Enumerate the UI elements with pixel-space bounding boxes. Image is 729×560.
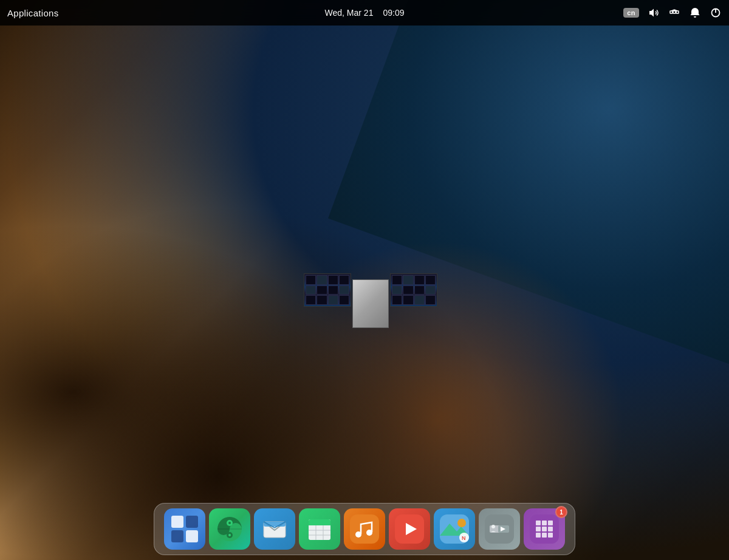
dock-icon-video[interactable]: [389, 508, 430, 550]
svg-text:N: N: [462, 535, 466, 541]
volume-icon[interactable]: [648, 7, 660, 19]
date-display: Wed, Mar 21: [325, 8, 374, 18]
svg-rect-18: [264, 522, 286, 527]
dock-icon-appgrid[interactable]: 1: [524, 508, 565, 550]
svg-rect-50: [542, 533, 547, 538]
svg-rect-45: [548, 521, 553, 525]
svg-rect-26: [350, 514, 379, 544]
solar-panel-left: [304, 273, 351, 307]
video-icon: [395, 514, 424, 544]
network-icon[interactable]: [668, 7, 680, 19]
svg-rect-21: [309, 524, 330, 525]
svg-point-28: [366, 530, 372, 536]
dock-icon-photos[interactable]: N: [434, 508, 475, 550]
menubar: Applications Wed, Mar 21 09:09 cn: [0, 0, 729, 26]
svg-rect-47: [542, 527, 547, 531]
svg-rect-51: [548, 533, 553, 538]
svg-rect-43: [536, 521, 541, 525]
appgrid-icon: [530, 514, 559, 544]
dock-icon-music[interactable]: [344, 508, 385, 550]
svg-rect-46: [536, 527, 541, 531]
menubar-center: Wed, Mar 21 09:09: [325, 8, 405, 18]
solar-panel-right: [390, 273, 437, 307]
time-display: 09:09: [383, 8, 404, 18]
svg-point-41: [491, 525, 495, 528]
dock-icon-calendar[interactable]: [299, 508, 340, 550]
svg-rect-2: [676, 11, 679, 13]
browser-icon: [215, 514, 244, 544]
svg-rect-49: [536, 533, 541, 538]
satellite-graphic: [304, 261, 437, 346]
mail-icon: [260, 514, 289, 544]
photos-icon: N: [440, 514, 469, 544]
dock: N 1: [154, 503, 575, 555]
menubar-left: Applications: [7, 8, 58, 18]
svg-rect-1: [673, 11, 676, 13]
menubar-right: cn: [623, 7, 722, 19]
svg-point-13: [228, 522, 231, 524]
input-method-badge[interactable]: cn: [623, 8, 639, 18]
svg-point-14: [228, 534, 231, 536]
svg-point-27: [355, 531, 361, 538]
music-icon: [350, 514, 379, 544]
dock-icon-migration[interactable]: [479, 508, 520, 550]
dock-icon-multitask[interactable]: [164, 508, 205, 550]
applications-menu[interactable]: Applications: [7, 8, 58, 18]
svg-rect-44: [542, 521, 547, 525]
satellite-body: [352, 279, 389, 328]
svg-point-34: [457, 519, 466, 527]
app-badge: 1: [555, 506, 567, 518]
calendar-icon: [305, 514, 334, 544]
dock-icon-mail[interactable]: [254, 508, 295, 550]
migration-icon: [485, 514, 514, 544]
power-icon[interactable]: [710, 7, 722, 19]
svg-rect-0: [670, 11, 673, 13]
svg-rect-48: [548, 527, 553, 531]
dock-icon-browser[interactable]: [209, 508, 250, 550]
notification-icon[interactable]: [689, 7, 701, 19]
